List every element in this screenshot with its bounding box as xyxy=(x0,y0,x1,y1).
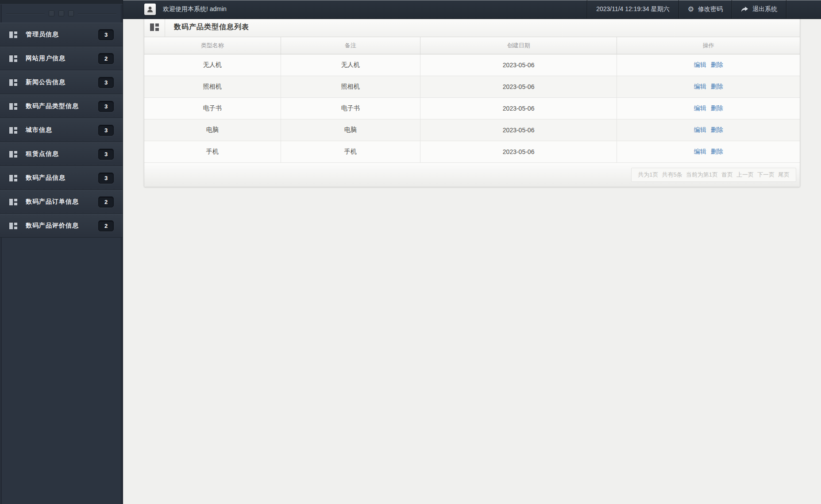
app-page: 管理员信息 3 网站用户信息 2 新闻公告信息 3 数码产品类型信息 3 城市信… xyxy=(0,0,821,504)
delete-link[interactable]: 删除 xyxy=(711,83,723,90)
change-password-label: 修改密码 xyxy=(698,5,723,13)
datetime-display: 2023/11/4 12:19:34 星期六 xyxy=(587,0,678,19)
change-password-button[interactable]: ⚙ 修改密码 xyxy=(679,0,732,19)
sidebar-item-badge: 3 xyxy=(98,101,114,112)
edit-link[interactable]: 编辑 xyxy=(694,126,706,133)
handle-dot-icon xyxy=(49,11,54,16)
sidebar-item-badge: 3 xyxy=(98,125,114,136)
cell-remark: 电脑 xyxy=(281,119,420,141)
sidebar-item[interactable]: 管理员信息 3 xyxy=(0,23,123,46)
datetime-text: 2023/11/4 12:19:34 星期六 xyxy=(596,5,670,13)
sidebar-item[interactable]: 数码产品订单信息 2 xyxy=(0,190,123,214)
sidebar-item[interactable]: 租赁点信息 3 xyxy=(0,142,123,166)
cell-type-name: 手机 xyxy=(144,141,281,163)
pagination-info: 当前为第1页 xyxy=(686,171,718,178)
gear-icon: ⚙ xyxy=(688,6,694,13)
table-body: 无人机 无人机 2023-05-06 编辑删除 照相机 照相机 2023-05-… xyxy=(144,54,800,163)
sidebar-item-label: 网站用户信息 xyxy=(26,54,66,62)
cell-type-name: 电脑 xyxy=(144,119,281,141)
grid-icon xyxy=(9,103,17,110)
panel-icon-box xyxy=(144,17,165,37)
grid-icon xyxy=(9,223,17,229)
edit-link[interactable]: 编辑 xyxy=(694,83,706,90)
cell-remark: 手机 xyxy=(281,141,420,163)
delete-link[interactable]: 删除 xyxy=(711,104,723,112)
table-row: 无人机 无人机 2023-05-06 编辑删除 xyxy=(144,54,800,76)
sidebar-item-badge: 2 xyxy=(98,220,114,231)
logout-label: 退出系统 xyxy=(752,5,777,13)
cell-type-name: 照相机 xyxy=(144,76,281,98)
edit-link[interactable]: 编辑 xyxy=(694,61,706,68)
pagination-link[interactable]: 尾页 xyxy=(778,171,790,178)
cell-create-date: 2023-05-06 xyxy=(420,54,617,76)
main-area: 欢迎使用本系统! admin 2023/11/4 12:19:34 星期六 ⚙ … xyxy=(123,0,821,504)
handle-dot-icon xyxy=(68,11,74,16)
panel-footer: 共为1页共有5条当前为第1页首页上一页下一页尾页 xyxy=(144,163,800,187)
table-row: 电子书 电子书 2023-05-06 编辑删除 xyxy=(144,98,800,119)
grid-icon xyxy=(9,199,17,205)
table-row: 电脑 电脑 2023-05-06 编辑删除 xyxy=(144,119,800,141)
topbar-spacer xyxy=(786,0,821,19)
sidebar-item-label: 数码产品类型信息 xyxy=(26,102,79,110)
content-panel: 数码产品类型信息列表 类型名称备注创建日期操作 无人机 无人机 2023-05-… xyxy=(144,17,800,187)
sidebar-item-badge: 3 xyxy=(98,77,114,88)
pagination-link[interactable]: 首页 xyxy=(721,171,733,178)
sidebar-item-badge: 2 xyxy=(98,196,114,208)
grid-icon xyxy=(9,127,17,134)
sidebar-menu: 管理员信息 3 网站用户信息 2 新闻公告信息 3 数码产品类型信息 3 城市信… xyxy=(0,23,123,238)
cell-create-date: 2023-05-06 xyxy=(420,76,617,98)
cell-operations: 编辑删除 xyxy=(617,98,800,119)
cell-create-date: 2023-05-06 xyxy=(420,119,617,141)
cell-remark: 电子书 xyxy=(281,98,420,119)
sidebar-handle-dots xyxy=(0,4,123,23)
grid-icon xyxy=(9,31,17,38)
sidebar-item-badge: 3 xyxy=(98,149,114,160)
cell-remark: 无人机 xyxy=(281,54,420,76)
sidebar-item[interactable]: 网站用户信息 2 xyxy=(0,46,123,70)
sidebar-item-label: 管理员信息 xyxy=(26,31,59,38)
sidebar-top-strip xyxy=(0,0,123,4)
cell-type-name: 无人机 xyxy=(144,54,281,76)
edit-link[interactable]: 编辑 xyxy=(694,104,706,112)
logout-button[interactable]: 退出系统 xyxy=(732,0,786,19)
data-table: 类型名称备注创建日期操作 无人机 无人机 2023-05-06 编辑删除 照相机… xyxy=(144,37,800,163)
cell-remark: 照相机 xyxy=(281,76,420,98)
sidebar-item-label: 数码产品订单信息 xyxy=(26,198,79,206)
pagination-info: 共有5条 xyxy=(662,171,682,178)
user-avatar-icon xyxy=(144,4,156,15)
cell-operations: 编辑删除 xyxy=(617,141,800,163)
pagination-link[interactable]: 上一页 xyxy=(736,171,754,178)
sidebar-item-label: 数码产品信息 xyxy=(26,174,66,182)
column-header: 操作 xyxy=(617,37,800,54)
sidebar-item-badge: 2 xyxy=(98,53,114,64)
welcome-text: 欢迎使用本系统! admin xyxy=(163,5,227,13)
grid-icon xyxy=(150,23,159,31)
edit-link[interactable]: 编辑 xyxy=(694,148,706,155)
sidebar-item[interactable]: 数码产品类型信息 3 xyxy=(0,94,123,118)
welcome-box: 欢迎使用本系统! admin xyxy=(123,0,227,19)
grid-icon xyxy=(9,55,17,62)
sidebar-item-label: 城市信息 xyxy=(26,126,52,134)
sidebar: 管理员信息 3 网站用户信息 2 新闻公告信息 3 数码产品类型信息 3 城市信… xyxy=(0,0,123,504)
cell-create-date: 2023-05-06 xyxy=(420,98,617,119)
sidebar-item[interactable]: 数码产品信息 3 xyxy=(0,166,123,190)
delete-link[interactable]: 删除 xyxy=(711,126,723,133)
sidebar-item-label: 数码产品评价信息 xyxy=(26,222,79,230)
sidebar-item[interactable]: 数码产品评价信息 2 xyxy=(0,214,123,238)
pagination-link[interactable]: 下一页 xyxy=(757,171,775,178)
cell-type-name: 电子书 xyxy=(144,98,281,119)
table-row: 照相机 照相机 2023-05-06 编辑删除 xyxy=(144,76,800,98)
topbar: 欢迎使用本系统! admin 2023/11/4 12:19:34 星期六 ⚙ … xyxy=(123,0,821,19)
column-header: 类型名称 xyxy=(144,37,281,54)
page-title: 数码产品类型信息列表 xyxy=(165,17,249,37)
topbar-right: 2023/11/4 12:19:34 星期六 ⚙ 修改密码 退出系统 xyxy=(587,0,821,19)
logout-arrow-icon xyxy=(741,6,748,12)
cell-operations: 编辑删除 xyxy=(617,119,800,141)
cell-operations: 编辑删除 xyxy=(617,54,800,76)
handle-dot-icon xyxy=(58,11,64,16)
sidebar-item[interactable]: 新闻公告信息 3 xyxy=(0,70,123,94)
sidebar-item-badge: 3 xyxy=(98,173,114,184)
delete-link[interactable]: 删除 xyxy=(711,148,723,155)
sidebar-item[interactable]: 城市信息 3 xyxy=(0,118,123,142)
delete-link[interactable]: 删除 xyxy=(711,61,723,68)
